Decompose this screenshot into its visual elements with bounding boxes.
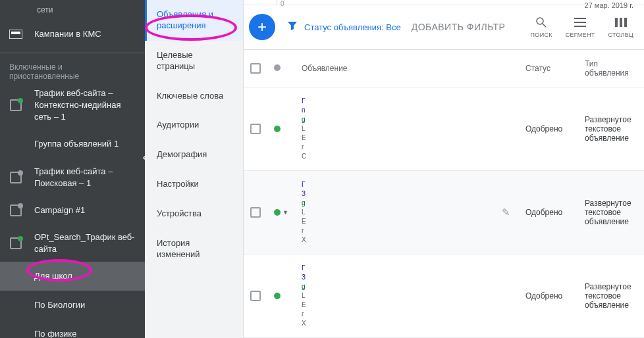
columns-icon bbox=[614, 16, 628, 29]
campaign-nav-sidebar: сети Кампании в КМС Включенные и приоста… bbox=[0, 0, 145, 338]
campaign-status-icon bbox=[8, 203, 24, 218]
timeline-tick-label: 0 bbox=[281, 0, 284, 7]
campaign-status-icon bbox=[8, 235, 24, 251]
display-campaigns-icon bbox=[8, 26, 24, 42]
columns-button[interactable]: СТОЛБЦ bbox=[608, 16, 633, 38]
status-dot-header[interactable] bbox=[267, 50, 295, 87]
campaign-status-icon bbox=[8, 97, 24, 113]
svg-rect-8 bbox=[620, 18, 622, 27]
row-ad-type: Развернутое текстовое объявление bbox=[578, 254, 644, 338]
page-nav-item[interactable]: Объявления и расширения bbox=[145, 0, 243, 41]
status-filter-prefix: Статус объявления: bbox=[304, 22, 386, 32]
page-nav-item[interactable]: Устройства bbox=[145, 199, 243, 229]
ad-preview[interactable]: ГпgLЕгС bbox=[302, 97, 489, 161]
sidebar-item-label: OPt_Search_Трафик веб-сайта bbox=[34, 231, 137, 255]
search-icon bbox=[535, 16, 548, 29]
page-nav-item[interactable]: Аудитории bbox=[145, 110, 243, 140]
sidebar-item-label: Campaign #1 bbox=[34, 205, 137, 216]
ads-table: Объявление Статус Тип объявления ГпgLЕгС… bbox=[244, 50, 644, 338]
status-filter-value: Все bbox=[386, 22, 400, 32]
table-row[interactable]: ГпgLЕгСОдобреноРазвернутое текстовое объ… bbox=[244, 87, 644, 171]
sidebar-campaign-item[interactable]: Трафик веб-сайта – Поисковая – 1 bbox=[0, 159, 145, 196]
tool-label: ПОИСК bbox=[531, 32, 552, 38]
sidebar-item-prev[interactable]: сети bbox=[0, 0, 145, 20]
svg-line-3 bbox=[543, 24, 546, 27]
svg-rect-9 bbox=[624, 18, 627, 27]
timeline-date: 27 мар. 2019 г. bbox=[585, 1, 633, 9]
select-all-checkbox[interactable] bbox=[250, 63, 261, 74]
row-status: Одобрено bbox=[519, 171, 578, 254]
col-header-ad[interactable]: Объявление bbox=[295, 50, 495, 87]
segment-button[interactable]: СЕГМЕНТ bbox=[566, 16, 595, 38]
row-checkbox[interactable] bbox=[250, 207, 261, 218]
page-nav-item[interactable]: Целевые страницы bbox=[145, 41, 243, 82]
sidebar-campaign-item[interactable]: Трафик веб-сайта – Контекстно-медийная с… bbox=[0, 81, 145, 130]
row-ad-type: Развернутое текстовое объявление bbox=[578, 171, 644, 254]
sidebar-item-label: Группа объявлений 1 bbox=[34, 138, 137, 150]
ad-preview[interactable]: ГЗgLЕгХ bbox=[302, 264, 489, 328]
status-dot-icon bbox=[274, 209, 281, 216]
filter-icon[interactable] bbox=[287, 20, 298, 34]
sidebar-item-label: Кампании в КМС bbox=[34, 28, 137, 40]
status-dot-icon bbox=[274, 293, 281, 299]
search-button[interactable]: ПОИСК bbox=[531, 16, 552, 38]
row-status: Одобрено bbox=[519, 254, 578, 338]
svg-point-2 bbox=[537, 18, 543, 24]
segment-icon bbox=[574, 16, 587, 29]
sidebar-item-label: По Биологии bbox=[34, 299, 137, 311]
tool-label: СТОЛБЦ bbox=[608, 32, 633, 38]
sidebar-campaign-item[interactable]: По физике bbox=[0, 320, 145, 338]
campaign-status-icon bbox=[8, 268, 24, 284]
status-dot-icon bbox=[274, 126, 281, 132]
sidebar-campaign-item[interactable]: По Биологии bbox=[0, 291, 145, 320]
sidebar-item-label: Трафик веб-сайта – Контекстно-медийная с… bbox=[34, 87, 137, 124]
svg-rect-5 bbox=[574, 22, 586, 23]
sidebar-item-label: Трафик веб-сайта – Поисковая – 1 bbox=[34, 166, 137, 189]
svg-rect-1 bbox=[11, 32, 20, 34]
add-ad-fab[interactable]: + bbox=[249, 14, 275, 40]
table-header-row: Объявление Статус Тип объявления bbox=[244, 50, 644, 87]
edit-icon[interactable]: ✎ bbox=[502, 206, 510, 218]
page-nav-item[interactable]: Ключевые слова bbox=[145, 82, 243, 111]
campaign-status-icon bbox=[8, 326, 24, 338]
sidebar-campaign-item[interactable]: Группа объявлений 1 bbox=[0, 130, 145, 159]
ad-preview[interactable]: ГЗgLЕгХ bbox=[302, 180, 489, 245]
table-row[interactable]: ▼ГЗgLЕгХ✎ОдобреноРазвернутое текстовое о… bbox=[244, 171, 644, 254]
table-row[interactable]: ГЗgLЕгХОдобреноРазвернутое текстовое объ… bbox=[244, 254, 644, 338]
chevron-down-icon: ▼ bbox=[282, 209, 288, 216]
svg-rect-4 bbox=[574, 18, 586, 19]
timeline-strip[interactable]: 0 27 мар. 2019 г. bbox=[244, 0, 644, 5]
page-nav-item[interactable]: Демография bbox=[145, 140, 243, 170]
col-header-status[interactable]: Статус bbox=[519, 50, 578, 87]
row-status-indicator[interactable]: ▼ bbox=[274, 209, 288, 216]
sidebar-item-label: По физике bbox=[34, 328, 137, 338]
svg-rect-6 bbox=[574, 26, 586, 27]
page-nav-item[interactable]: История изменений bbox=[145, 229, 243, 270]
col-header-type[interactable]: Тип объявления bbox=[578, 50, 644, 87]
sidebar-campaign-item[interactable]: Для школ bbox=[0, 262, 145, 291]
row-checkbox[interactable] bbox=[250, 291, 261, 301]
row-ad-type: Развернутое текстовое объявление bbox=[578, 87, 644, 171]
row-status-indicator[interactable] bbox=[274, 293, 288, 299]
tool-label: СЕГМЕНТ bbox=[566, 32, 595, 38]
sidebar-section-label: Включенные и приостановленные bbox=[0, 57, 145, 81]
row-status: Одобрено bbox=[519, 87, 578, 171]
main-content: 0 27 мар. 2019 г. + Статус объявления: В… bbox=[244, 0, 644, 338]
sidebar-item-label: Для школ bbox=[34, 270, 137, 282]
campaign-status-icon bbox=[8, 297, 24, 313]
row-status-indicator[interactable] bbox=[274, 126, 288, 132]
add-filter-button[interactable]: ДОБАВИТЬ ФИЛЬТР bbox=[412, 22, 506, 32]
row-checkbox[interactable] bbox=[250, 124, 261, 134]
sidebar-item-label: сети bbox=[37, 5, 53, 14]
sidebar-item-kms[interactable]: Кампании в КМС bbox=[0, 20, 145, 49]
filter-toolbar: + Статус объявления: Все ДОБАВИТЬ ФИЛЬТР… bbox=[244, 5, 644, 50]
status-filter-chip[interactable]: Статус объявления: Все bbox=[304, 22, 401, 32]
campaign-status-icon bbox=[8, 137, 24, 153]
svg-rect-7 bbox=[615, 18, 618, 27]
page-nav-sidebar: Объявления и расширенияЦелевые страницыК… bbox=[145, 0, 244, 338]
sidebar-campaign-item[interactable]: OPt_Search_Трафик веб-сайта bbox=[0, 225, 145, 262]
sidebar-campaign-item[interactable]: Campaign #1 bbox=[0, 196, 145, 225]
campaign-status-icon bbox=[8, 170, 24, 185]
page-nav-item[interactable]: Настройки bbox=[145, 170, 243, 199]
